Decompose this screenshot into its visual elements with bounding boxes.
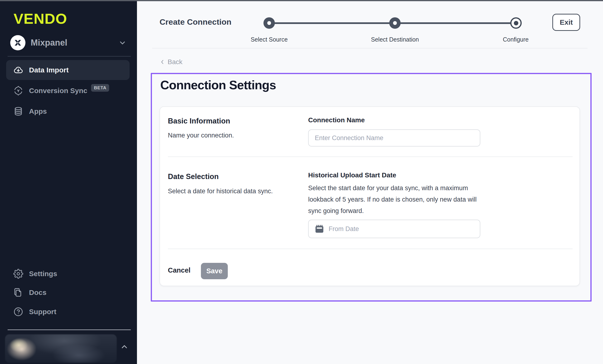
main-content: Create Connection Select Source Select D…: [137, 1, 603, 364]
sidebar-item-data-import[interactable]: Data Import: [6, 60, 130, 80]
step-dot-select-source: [264, 17, 275, 29]
historical-upload-description: Select the start date for your data sync…: [308, 182, 479, 217]
database-icon: [13, 106, 23, 116]
sidebar-item-label: Docs: [29, 288, 46, 297]
sidebar-divider: [8, 330, 131, 330]
step-label-configure: Configure: [503, 36, 529, 43]
workspace-name: Mixpanel: [31, 38, 67, 48]
chevron-down-icon: [118, 39, 127, 47]
beta-badge: BETA: [91, 84, 109, 92]
sidebar: VENDO Mixpanel Data Import: [0, 1, 137, 364]
sidebar-item-label: Settings: [29, 270, 57, 278]
cancel-button[interactable]: Cancel: [168, 266, 190, 274]
date-selection-heading: Date Selection: [168, 172, 219, 181]
vendo-logo: VENDO: [13, 10, 67, 27]
docs-icon: [13, 287, 23, 298]
date-selection-description: Select a date for historical data sync.: [168, 188, 273, 195]
step-dot-select-destination: [389, 17, 401, 29]
description-line: Select the start date for your data sync…: [308, 182, 479, 194]
cloud-download-icon: [13, 65, 23, 75]
exit-button[interactable]: Exit: [552, 14, 580, 31]
basic-information-description: Name your connection.: [168, 132, 234, 139]
user-profile-blurred[interactable]: [5, 334, 117, 363]
sidebar-item-label: Conversion Sync: [29, 87, 87, 95]
page-title: Create Connection: [160, 17, 231, 27]
sidebar-item-label: Apps: [29, 107, 47, 115]
sidebar-item-docs[interactable]: Docs: [6, 284, 130, 302]
connection-name-input[interactable]: [308, 129, 480, 146]
save-button[interactable]: Save: [201, 263, 228, 279]
card-divider: [168, 249, 573, 249]
back-label: Back: [168, 58, 182, 66]
gear-icon: [13, 269, 23, 279]
workspace-selector[interactable]: Mixpanel: [10, 34, 127, 52]
window-top-strip: [0, 0, 603, 1]
sidebar-item-label: Data Import: [29, 66, 69, 74]
step-label-select-source: Select Source: [251, 36, 288, 43]
from-date-input[interactable]: From Date: [308, 220, 480, 238]
sidebar-item-apps[interactable]: Apps: [6, 102, 130, 120]
sidebar-item-support[interactable]: Support: [6, 303, 130, 321]
chevron-up-icon[interactable]: [120, 343, 129, 351]
basic-information-heading: Basic Information: [168, 117, 230, 125]
step-label-select-destination: Select Destination: [371, 36, 419, 43]
sidebar-divider: [8, 56, 131, 56]
chevron-left-icon: [160, 59, 165, 65]
sidebar-item-label: Support: [29, 308, 56, 316]
help-circle-icon: [13, 307, 23, 317]
sidebar-item-conversion-sync[interactable]: Conversion Sync BETA: [6, 82, 130, 100]
back-link[interactable]: Back: [160, 58, 182, 66]
connection-name-label: Connection Name: [308, 116, 365, 124]
calendar-icon: [314, 224, 324, 234]
from-date-placeholder: From Date: [329, 225, 359, 233]
conversion-sync-icon: [13, 86, 23, 96]
card-divider: [168, 156, 573, 157]
historical-upload-label: Historical Upload Start Date: [308, 171, 396, 179]
mixpanel-logo-icon: [10, 35, 25, 50]
section-title: Connection Settings: [160, 78, 276, 92]
description-line: sync going forward.: [308, 205, 479, 217]
connection-settings-section: Connection Settings Basic Information Na…: [151, 73, 591, 302]
description-line: lookback of 5 years. If no date is chose…: [308, 194, 479, 205]
settings-card: Basic Information Name your connection. …: [160, 106, 580, 286]
sidebar-item-settings[interactable]: Settings: [6, 265, 130, 283]
header-divider: [152, 48, 588, 48]
step-dot-configure: [510, 17, 522, 29]
